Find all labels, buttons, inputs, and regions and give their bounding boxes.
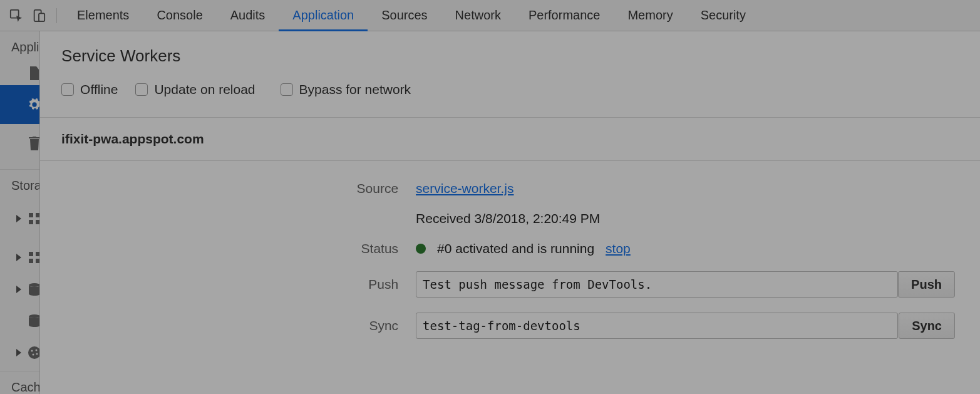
devtools-toolbar: Elements Console Audits Application Sour… [0,0,980,31]
sidebar-section-storage: Storage [0,170,39,199]
tab-performance[interactable]: Performance [515,0,614,31]
svg-point-14 [31,350,33,351]
sidebar-item-indexeddb[interactable]: IndexedDB [0,277,39,301]
sync-label: Sync [53,318,416,333]
sync-input[interactable] [416,313,898,339]
received-text: Received 3/8/2018, 2:20:49 PM [416,211,600,226]
offline-checkbox[interactable]: Offline [61,82,118,97]
sidebar-item-local-storage[interactable]: Local Storage [0,199,39,238]
panel-title: Service Workers [40,46,980,77]
checkbox-label: Bypass for network [299,82,411,97]
expand-arrow-icon [16,215,21,222]
push-input[interactable] [416,271,898,298]
service-workers-panel: Service Workers Offline Update on reload… [40,31,980,394]
push-button[interactable]: Push [898,271,955,298]
status-text: #0 activated and is running [437,241,594,256]
received-row: Received 3/8/2018, 2:20:49 PM [40,204,980,234]
status-label: Status [53,241,416,256]
device-toggle-icon[interactable] [28,4,50,27]
tab-sources[interactable]: Sources [368,0,441,31]
checkbox-label: Offline [80,82,118,97]
svg-point-13 [28,346,40,359]
svg-rect-8 [36,252,40,256]
svg-rect-4 [36,213,40,217]
expand-arrow-icon [16,286,21,293]
status-dot-icon [416,244,426,254]
push-label: Push [53,277,416,292]
devtools-tabs: Elements Console Audits Application Sour… [63,0,760,31]
tab-console[interactable]: Console [143,0,216,31]
database-icon [28,314,40,328]
svg-point-15 [36,349,38,351]
checkbox-box [61,83,74,96]
service-worker-domain: ifixit-pwa.appspot.com [40,117,980,160]
source-label: Source [53,181,416,196]
tab-audits[interactable]: Audits [217,0,279,31]
svg-rect-10 [36,259,40,263]
tab-security[interactable]: Security [687,0,760,31]
sidebar-item-cookies[interactable]: Cookies [0,340,39,365]
sync-row: Sync Sync [40,305,980,346]
svg-rect-7 [29,252,33,256]
svg-rect-2 [39,13,44,21]
checkbox-label: Update on reload [154,82,255,97]
update-on-reload-checkbox[interactable]: Update on reload [135,82,255,97]
sidebar-section-cache: Cache [0,371,39,394]
application-sidebar: Application Manifest Service Workers Cle… [0,31,40,394]
svg-rect-6 [36,220,40,224]
tab-network[interactable]: Network [441,0,515,31]
expand-arrow-icon [16,254,21,261]
file-icon [28,66,40,80]
gear-icon [28,98,40,111]
checkbox-box [281,83,293,96]
sidebar-item-service-workers[interactable]: Service Workers [0,85,39,124]
status-row: Status #0 activated and is running stop [40,234,980,264]
sync-button[interactable]: Sync [899,313,955,339]
svg-rect-9 [29,259,33,263]
tab-memory[interactable]: Memory [614,0,686,31]
source-link[interactable]: service-worker.js [416,181,513,196]
svg-point-12 [29,314,40,318]
inspect-element-icon[interactable] [5,4,28,27]
sidebar-section-application: Application [0,31,39,61]
bypass-for-network-checkbox[interactable]: Bypass for network [273,77,419,102]
svg-rect-3 [29,213,33,217]
grid-icon [28,212,40,226]
trash-icon [28,137,40,150]
svg-rect-5 [29,220,33,224]
push-row: Push Push [40,264,980,305]
svg-point-11 [29,283,40,287]
stop-link[interactable]: stop [606,241,631,256]
sidebar-item-manifest[interactable]: Manifest [0,61,39,85]
sidebar-item-clear-storage[interactable]: Clear storage [0,124,39,163]
source-row: Source service-worker.js [40,174,980,204]
service-worker-options: Offline Update on reload Bypass for netw… [40,77,980,117]
grid-icon [28,251,40,264]
service-worker-details: Source service-worker.js Received 3/8/20… [40,160,980,346]
tab-application[interactable]: Application [279,0,368,31]
toolbar-separator [56,8,57,23]
tab-elements[interactable]: Elements [63,0,143,31]
expand-arrow-icon [16,349,21,356]
svg-point-16 [33,353,34,355]
sidebar-item-web-sql[interactable]: Web SQL [0,301,39,340]
sidebar-item-session-storage[interactable]: Session Storage [0,238,39,277]
checkbox-box [135,83,148,96]
svg-point-17 [36,353,38,355]
cookie-icon [28,346,40,360]
database-icon [28,283,40,296]
